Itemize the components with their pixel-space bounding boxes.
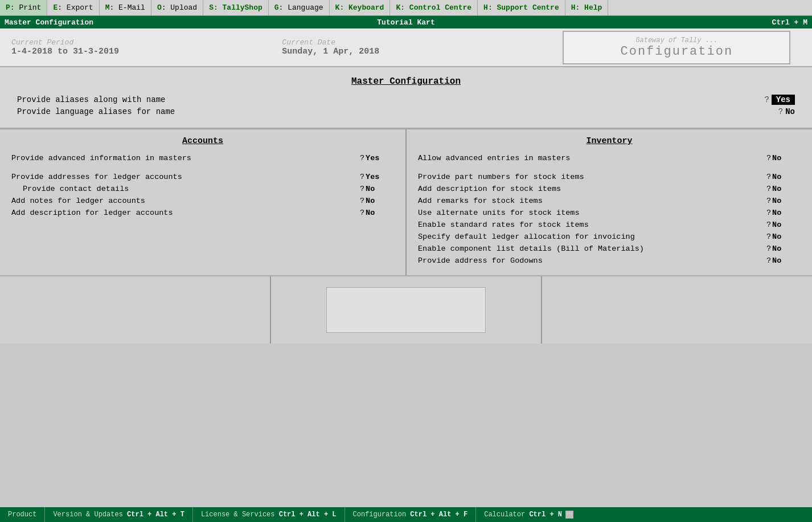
inv-advanced-value: ? No — [766, 154, 801, 162]
menu-export[interactable]: E: Export — [47, 0, 99, 15]
inv-altunits-value: ? No — [766, 209, 801, 217]
master-config-title: Master Configuration — [17, 76, 795, 87]
period-section: Current Period 1-4-2018 to 31-3-2019 — [0, 34, 270, 61]
accounts-contact-label: Provide contact details — [11, 185, 360, 193]
menu-control-centre[interactable]: K: Control Centre — [390, 0, 478, 15]
accounts-contact-q: ? — [360, 185, 364, 193]
two-col-section: Accounts Provide advanced information in… — [0, 129, 812, 275]
period-value: 1-4-2018 to 31-3-2019 — [11, 47, 259, 56]
lang-aliases-no[interactable]: No — [785, 107, 795, 116]
status-license[interactable]: License & Services Ctrl + Alt + L — [193, 507, 345, 522]
menu-support-centre[interactable]: H: Support Centre — [478, 0, 565, 15]
gateway-box: Gateway of Tally ... Configuration — [563, 31, 790, 64]
bottom-right-panel — [542, 276, 812, 344]
accounts-title: Accounts — [11, 136, 394, 146]
menu-email[interactable]: M: E-Mail — [100, 0, 151, 15]
aliases-q: ? — [764, 95, 769, 104]
inv-row-advanced: Allow advanced entries in masters ? No — [418, 154, 801, 162]
config-row-aliases: Provide aliases along with name ? Yes — [17, 95, 795, 105]
inv-row-partnumbers: Provide part numbers for stock items ? N… — [418, 173, 801, 181]
keyboard-label: : Keyboard — [339, 3, 384, 12]
master-config-section: Master Configuration Provide aliases alo… — [0, 67, 812, 129]
inv-bom-no[interactable]: No — [772, 244, 781, 253]
inv-stdrates-no[interactable]: No — [772, 221, 781, 229]
export-label: : Export — [58, 3, 93, 12]
menu-language[interactable]: G: Language — [269, 0, 330, 15]
bottom-panel — [0, 275, 812, 344]
inv-remarks-no[interactable]: No — [772, 197, 781, 205]
bottom-center-panel — [271, 276, 542, 344]
menu-upload[interactable]: O: Upload — [151, 0, 203, 15]
inv-altunits-q: ? — [766, 209, 771, 217]
accounts-addresses-yes[interactable]: Yes — [366, 173, 379, 181]
help-label: : Help — [576, 3, 602, 12]
top-menu-bar: P: Print E: Export M: E-Mail O: Upload S… — [0, 0, 812, 16]
inv-remarks-q: ? — [766, 197, 771, 205]
inv-stockdesc-label: Add description for stock items — [418, 185, 766, 193]
inv-bom-value: ? No — [766, 244, 801, 253]
inv-row-bom: Enable component list details (Bill of M… — [418, 244, 801, 253]
inv-partnumbers-no[interactable]: No — [772, 173, 781, 181]
info-bar: Current Period 1-4-2018 to 31-3-2019 Cur… — [0, 28, 812, 67]
accounts-description-no[interactable]: No — [366, 209, 375, 217]
bottom-inner-box — [326, 287, 486, 333]
status-calc-shortcut: Ctrl + N — [529, 511, 562, 519]
inv-altunits-label: Use alternate units for stock items — [418, 209, 766, 217]
accounts-contact-value: ? No — [360, 185, 394, 193]
inv-ledger-alloc-no[interactable]: No — [772, 233, 781, 241]
inv-partnumbers-label: Provide part numbers for stock items — [418, 173, 766, 181]
status-calculator[interactable]: Calculator Ctrl + N — [476, 507, 581, 522]
email-label: : E-Mail — [109, 3, 145, 12]
status-version[interactable]: Version & Updates Ctrl + Alt + T — [45, 507, 192, 522]
status-bar: Product Version & Updates Ctrl + Alt + T… — [0, 507, 812, 522]
accounts-advanced-yes[interactable]: Yes — [366, 154, 379, 162]
help-prefix: H — [571, 3, 576, 12]
accounts-addresses-label: Provide addresses for ledger accounts — [11, 173, 360, 181]
aliases-value: ? Yes — [764, 95, 795, 105]
date-value: Sunday, 1 Apr, 2018 — [282, 47, 530, 56]
status-license-shortcut: Ctrl + Alt + L — [279, 511, 337, 519]
inv-advanced-no[interactable]: No — [772, 154, 781, 162]
accounts-row-addresses: Provide addresses for ledger accounts ? … — [11, 173, 394, 181]
inv-bom-q: ? — [766, 244, 771, 253]
aliases-yes[interactable]: Yes — [772, 95, 795, 105]
language-prefix: G — [274, 3, 279, 12]
bottom-left-panel — [0, 276, 271, 344]
inventory-column: Inventory Allow advanced entries in mast… — [407, 129, 812, 275]
inv-ledger-alloc-value: ? No — [766, 233, 801, 241]
menu-print[interactable]: P: Print — [0, 0, 47, 15]
menu-help[interactable]: H: Help — [565, 0, 609, 15]
gateway-section: Gateway of Tally ... Configuration — [542, 26, 812, 69]
accounts-notes-label: Add notes for ledger accounts — [11, 197, 360, 205]
print-prefix: P — [6, 3, 10, 12]
gateway-label: Gateway of Tally ... — [575, 36, 778, 44]
inv-stockdesc-q: ? — [766, 185, 771, 193]
email-prefix: M — [105, 3, 110, 12]
status-configuration[interactable]: Configuration Ctrl + Alt + F — [345, 507, 477, 522]
accounts-advanced-q: ? — [360, 154, 364, 162]
menu-tallyshop[interactable]: S: TallyShop — [203, 0, 269, 15]
status-square-icon — [565, 511, 573, 519]
accounts-contact-no[interactable]: No — [366, 185, 375, 193]
inv-stdrates-label: Enable standard rates for stock items — [418, 221, 766, 229]
accounts-notes-no[interactable]: No — [366, 197, 375, 205]
inv-godowns-value: ? No — [766, 256, 801, 265]
accounts-row-description: Add description for ledger accounts ? No — [11, 209, 394, 217]
inv-godowns-no[interactable]: No — [772, 256, 781, 265]
aliases-label: Provide aliases along with name — [17, 95, 764, 104]
status-product[interactable]: Product — [0, 507, 45, 522]
accounts-row-advanced: Provide advanced information in masters … — [11, 154, 394, 162]
upload-prefix: O — [157, 3, 162, 12]
menu-keyboard[interactable]: K: Keyboard — [330, 0, 391, 15]
status-license-label: License & Services — [201, 511, 275, 519]
date-section: Current Date Sunday, 1 Apr, 2018 — [270, 34, 541, 61]
inv-remarks-value: ? No — [766, 197, 801, 205]
inv-altunits-no[interactable]: No — [772, 209, 781, 217]
status-product-label: Product — [8, 511, 36, 519]
tallyshop-prefix: S — [209, 3, 214, 12]
gateway-title: Configuration — [575, 44, 778, 59]
inv-stockdesc-no[interactable]: No — [772, 185, 781, 193]
inv-ledger-alloc-q: ? — [766, 233, 771, 241]
inv-stdrates-value: ? No — [766, 221, 801, 229]
inv-row-godowns: Provide address for Godowns ? No — [418, 256, 801, 265]
